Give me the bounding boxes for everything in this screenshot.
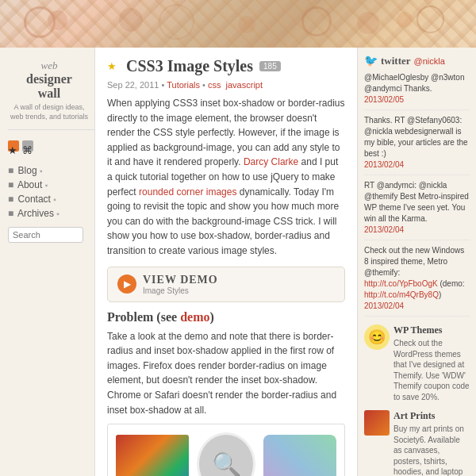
problem-text-after: ): [209, 310, 213, 324]
author-link[interactable]: Darcy Clarke: [244, 156, 298, 167]
demo-images-container: [107, 424, 345, 476]
art-prints-body: Buy my art prints on Society6. Available…: [393, 424, 470, 476]
article-count: 185: [259, 61, 281, 71]
demo-text: VIEW DEMO Image Styles: [143, 274, 218, 295]
wp-themes-content: WP Themes Check out the WordPress themes…: [393, 324, 470, 402]
wp-themes-title: WP Themes: [393, 324, 470, 336]
demo-play-icon: ▶: [117, 274, 136, 294]
promo-art-prints: Art Prints Buy my art prints on Society6…: [364, 410, 470, 476]
demo-subtitle: Image Styles: [143, 286, 218, 295]
sidebar-nav: ■ Blog ▪ ■ About ▪ ■ Contact ▪ ■ Archive…: [8, 163, 94, 221]
tweet-1-date: 2013/02/05: [364, 94, 470, 106]
tweet-4-text: Check out the new Windows 8 inspired the…: [364, 246, 465, 299]
art-prints-thumb: [364, 410, 390, 436]
tweet-2-date: 2013/02/04: [364, 159, 470, 171]
promo-wp-themes: 😊 WP Themes Check out the WordPress them…: [364, 324, 470, 402]
wp-themes-body: Check out the WordPress themes that I've…: [393, 338, 470, 402]
tweet-2-text: Thanks. RT @Stefany0603: @nickla webdesi…: [364, 116, 468, 158]
article-date: Sep 22, 2011: [107, 80, 159, 90]
right-sidebar: 🐦 twitter @nickla @MichaelOglesby @n3wto…: [357, 48, 476, 476]
nav-contact[interactable]: ■ Contact ▪: [8, 192, 94, 206]
tweet-1: @MichaelOglesby @n3wton @andymci Thanks.…: [364, 72, 470, 110]
wp-themes-icon: 😊: [364, 324, 390, 350]
search-input[interactable]: [8, 227, 83, 243]
rss-icon[interactable]: ★: [8, 140, 19, 152]
tweet-4-link1[interactable]: http://t.co/YpFboOgK: [364, 279, 438, 288]
article-meta: Sep 22, 2011 • Tutorials • css javascrip…: [107, 80, 345, 90]
main-container: web designer wall A wall of design ideas…: [0, 48, 476, 476]
twitter-label: twitter: [381, 55, 411, 67]
nav-blog[interactable]: ■ Blog ▪: [8, 163, 94, 178]
tweet-4: Check out the new Windows 8 inspired the…: [364, 245, 470, 317]
twitter-section: 🐦 twitter @nickla @MichaelOglesby @n3wto…: [364, 54, 470, 317]
nav-about[interactable]: ■ About ▪: [8, 178, 94, 192]
twitter-header: 🐦 twitter @nickla: [364, 54, 470, 67]
problem-heading: Problem (see demo): [107, 310, 345, 324]
sidebar-icons: ★ ⌘: [8, 136, 94, 159]
art-prints-content: Art Prints Buy my art prints on Society6…: [393, 410, 470, 476]
promo-section: 😊 WP Themes Check out the WordPress them…: [364, 324, 470, 476]
tweet-4-link2[interactable]: http://t.co/m4QrBy8Q: [364, 290, 439, 299]
article-body-1: When applying CSS3 inset box-shadow or b…: [107, 96, 345, 259]
tag-javascript: javascript: [226, 80, 263, 90]
twitter-handle[interactable]: @nickla: [414, 56, 445, 66]
meta-separator2: •: [202, 80, 208, 90]
article-title: CSS3 Image Styles: [126, 57, 253, 75]
article-category[interactable]: Tutorials: [167, 80, 200, 90]
demo-image-1: [116, 435, 189, 476]
demo-image-magnifier: [197, 432, 255, 476]
tag-css: css: [208, 80, 221, 90]
problem-body: Take a look at the demo and note that th…: [107, 329, 345, 418]
art-prints-title: Art Prints: [393, 410, 470, 422]
demo-image-2: [263, 435, 336, 476]
problem-text-before: Problem (see: [107, 310, 180, 324]
tweet-2: Thanks. RT @Stefany0603: @nickla webdesi…: [364, 115, 470, 175]
main-content: ★ CSS3 Image Styles 185 Sep 22, 2011 • T…: [95, 48, 357, 476]
site-title-designer: designer: [8, 72, 90, 86]
tweet-3: RT @andymci: @nickla @themify Best Metro…: [364, 180, 470, 240]
left-sidebar: web designer wall A wall of design ideas…: [0, 48, 95, 476]
header-decoration: [0, 0, 476, 48]
view-demo-box[interactable]: ▶ VIEW DEMO Image Styles: [107, 267, 345, 302]
demo-title: VIEW DEMO: [143, 274, 218, 286]
site-title: web designer wall A wall of design ideas…: [8, 56, 94, 130]
sidebar-search: [8, 227, 94, 243]
tweet-3-date: 2013/02/04: [364, 225, 470, 236]
problem-demo-link[interactable]: demo: [180, 310, 209, 324]
rounded-corner-link[interactable]: rounded corner images: [139, 186, 236, 198]
star-icon: ★: [107, 60, 117, 73]
nav-archives[interactable]: ■ Archives ▪: [8, 206, 94, 221]
article-header: ★ CSS3 Image Styles 185: [107, 57, 345, 75]
site-tagline: A wall of design ideas, web trends, and …: [8, 103, 90, 121]
tweet-1-text: @MichaelOglesby @n3wton @andymci Thanks.: [364, 73, 464, 93]
tweet-3-text: RT @andymci: @nickla @themify Best Metro…: [364, 181, 469, 223]
site-title-wall: wall: [8, 86, 90, 101]
site-title-web: web: [8, 60, 90, 72]
twitter-bird-icon: 🐦: [364, 54, 378, 67]
share-icon[interactable]: ⌘: [22, 140, 33, 152]
tweet-4-date: 2013/02/04: [364, 301, 470, 312]
demo-images-inner: [116, 432, 336, 476]
